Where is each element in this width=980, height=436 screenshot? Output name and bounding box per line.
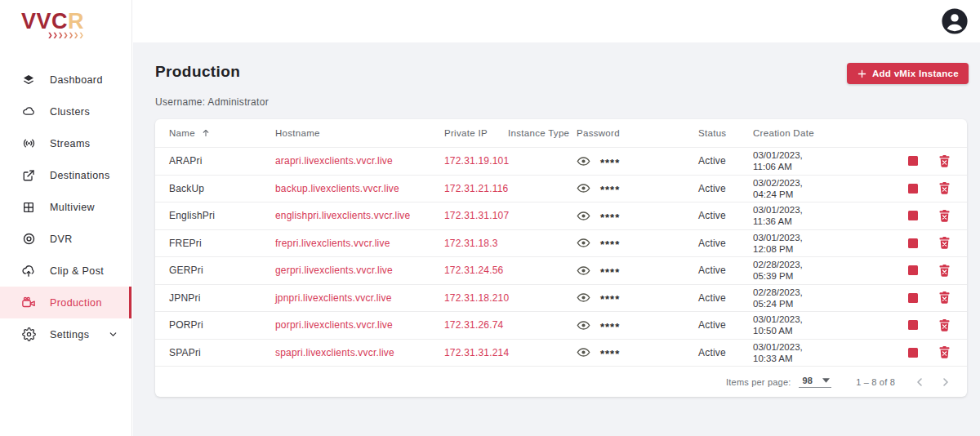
sidebar-item-settings[interactable]: Settings [0,318,131,350]
status-value: Active [698,319,753,331]
external-link-icon [21,168,36,183]
sidebar-item-production[interactable]: Production [0,287,131,318]
eye-icon[interactable] [577,236,590,250]
delete-instance-button[interactable] [939,346,950,358]
delete-instance-button[interactable] [939,265,950,277]
next-page-button[interactable] [939,376,952,389]
user-avatar[interactable] [941,7,969,35]
plus-icon [857,69,867,79]
hostname-link[interactable]: arapri.livexclients.vvcr.live [275,155,444,167]
column-header-private-ip: Private IP [444,128,508,138]
instance-name: SPAPri [169,347,275,358]
username-label: Username: Administrator [133,84,980,108]
hostname-link[interactable]: porpri.livexclients.vvcr.live [275,319,444,331]
private-ip-link[interactable]: 172.31.31.214 [444,347,508,358]
status-value: Active [698,238,753,249]
status-value: Active [698,155,753,167]
sidebar-item-streams[interactable]: Streams [0,127,131,159]
eye-icon[interactable] [577,345,590,359]
hostname-link[interactable]: backup.livexclients.vvcr.live [275,183,444,194]
private-ip-link[interactable]: 172.31.26.74 [444,319,508,331]
status-value: Active [698,347,753,358]
hostname-link[interactable]: englishpri.livexclients.vvcr.live [275,210,444,221]
row-actions [908,346,967,358]
private-ip-link[interactable]: 172.31.19.101 [444,155,508,167]
stop-instance-button[interactable] [908,238,918,248]
sidebar-item-multiview[interactable]: Multiview [0,191,131,223]
password-cell: **** [577,154,698,168]
hostname-link[interactable]: jpnpri.livexclients.vvcr.live [275,292,444,304]
stop-instance-button[interactable] [908,320,918,330]
masked-password: **** [600,242,620,248]
creation-date: 02/28/2023, 05:24 PM [753,287,908,309]
record-icon [21,232,36,247]
stop-instance-button[interactable] [908,184,918,194]
stop-instance-button[interactable] [908,211,918,220]
trash-icon [939,237,950,249]
table-row: PORPri porpri.livexclients.vvcr.live 172… [155,311,967,339]
private-ip-link[interactable]: 172.31.24.56 [444,265,508,276]
column-header-name[interactable]: Name [169,128,275,138]
trash-icon [939,319,950,331]
masked-password: **** [600,269,620,276]
creation-date: 03/01/2023, 11:36 AM [753,204,908,227]
instance-name: BackUp [169,183,275,194]
items-per-page-select[interactable]: 98 [799,376,831,388]
cloud-icon [21,105,36,119]
private-ip-link[interactable]: 172.31.31.107 [444,210,508,221]
table-body: ARAPri arapri.livexclients.vvcr.live 172… [155,147,967,366]
paginator: Items per page: 98 1 – 8 of 8 [155,366,967,397]
column-header-password: Password [577,128,698,138]
hostname-link[interactable]: frepri.livexclients.vvcr.live [275,238,444,249]
status-value: Active [698,292,753,304]
add-vmix-instance-button[interactable]: Add vMix Instance [847,63,969,84]
private-ip-link[interactable]: 172.31.21.116 [444,183,508,194]
page-title: Production [155,63,240,81]
stop-instance-button[interactable] [908,156,918,166]
table-row: BackUp backup.livexclients.vvcr.live 172… [155,175,967,202]
stop-instance-button[interactable] [908,293,918,303]
table-row: GERPri gerpri.livexclients.vvcr.live 172… [155,256,967,284]
vvcr-logo[interactable]: VVCR ❯❯❯❯❯❯❯ [0,0,84,38]
hostname-link[interactable]: gerpri.livexclients.vvcr.live [275,265,444,276]
column-header-hostname: Hostname [275,128,444,138]
eye-icon[interactable] [577,209,590,223]
delete-instance-button[interactable] [939,237,950,249]
delete-instance-button[interactable] [939,182,950,194]
sidebar-item-dvr[interactable]: DVR [0,223,131,255]
password-cell: **** [577,318,698,332]
row-actions [908,319,967,331]
eye-icon[interactable] [577,264,590,278]
instance-name: FREPri [169,238,275,249]
delete-instance-button[interactable] [939,291,950,304]
masked-password: **** [600,160,620,167]
trash-icon [939,346,950,358]
instances-table-card: Name Hostname Private IP Instance Type P… [155,119,967,397]
delete-instance-button[interactable] [939,319,950,331]
stop-instance-button[interactable] [908,348,918,358]
eye-icon[interactable] [577,154,590,168]
instance-name: GERPri [169,265,275,276]
previous-page-button[interactable] [913,376,926,389]
hostname-link[interactable]: spapri.livexclients.vvcr.live [275,347,444,358]
eye-icon[interactable] [577,291,590,305]
sort-ascending-icon [201,128,211,138]
caret-down-icon [822,378,830,383]
sidebar-item-clip-and-post[interactable]: Clip & Post [0,255,131,287]
private-ip-link[interactable]: 172.31.18.210 [444,292,508,304]
sidebar-item-label: Clip & Post [50,265,104,277]
creation-date: 03/02/2023, 04:24 PM [753,177,908,200]
delete-instance-button[interactable] [939,155,950,167]
delete-instance-button[interactable] [939,210,950,222]
eye-icon[interactable] [577,318,590,332]
stop-instance-button[interactable] [908,265,918,275]
topbar [133,0,980,42]
sidebar-item-clusters[interactable]: Clusters [0,96,131,127]
eye-icon[interactable] [577,181,590,195]
sidebar-item-dashboard[interactable]: Dashboard [0,64,131,96]
row-actions [908,155,967,167]
sidebar-item-label: Settings [50,329,89,340]
creation-date: 03/01/2023, 11:06 AM [753,149,908,172]
sidebar-item-destinations[interactable]: Destinations [0,159,131,191]
private-ip-link[interactable]: 172.31.18.3 [444,238,508,249]
